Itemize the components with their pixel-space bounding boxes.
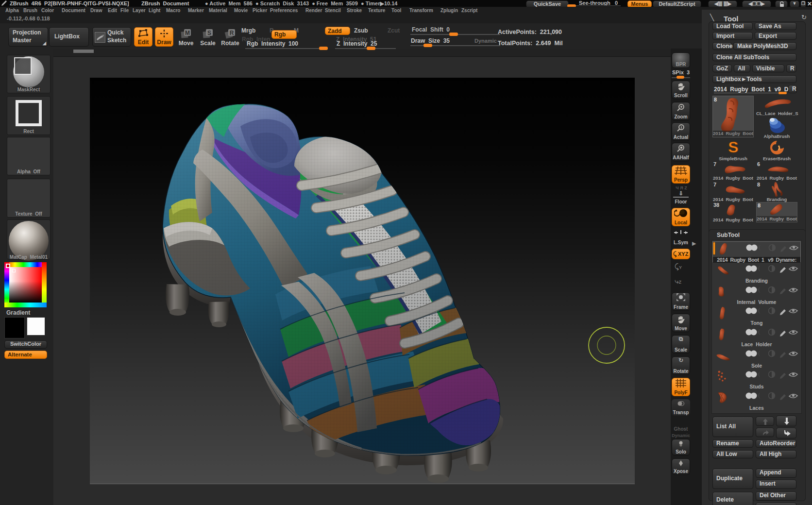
svg-text:S: S — [728, 140, 738, 155]
svg-text:M: M — [185, 30, 190, 36]
svg-text:S: S — [207, 30, 211, 36]
svg-text:R: R — [230, 30, 234, 36]
